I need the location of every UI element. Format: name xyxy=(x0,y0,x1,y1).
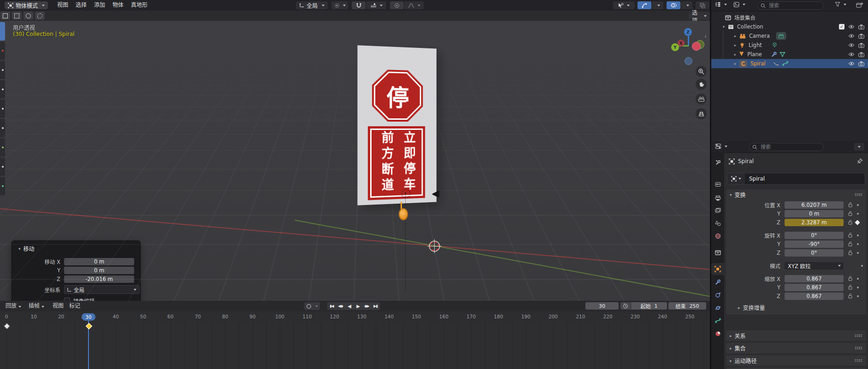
outliner-row-scene-collection[interactable]: 场景集合 xyxy=(711,13,868,22)
outliner-search-input[interactable] xyxy=(768,2,807,9)
menu-select[interactable]: 选择 xyxy=(72,1,90,9)
frame-start-field[interactable]: 起始 1 xyxy=(631,302,667,310)
orientation-select[interactable]: 全局 xyxy=(64,285,140,294)
frame-end-field[interactable]: 结束 250 xyxy=(668,302,706,310)
ruler-mark[interactable]: 70 xyxy=(195,314,201,319)
lock-open-icon[interactable] xyxy=(848,293,853,299)
gizmos-dropdown[interactable] xyxy=(652,1,663,9)
ruler-mark[interactable]: 240 xyxy=(658,314,667,319)
zoom-button[interactable] xyxy=(696,66,707,77)
collection-checkbox[interactable]: ✓ xyxy=(839,24,844,29)
spiral-object[interactable] xyxy=(399,208,408,220)
object-id-icon[interactable] xyxy=(727,173,745,184)
ruler-mark[interactable]: 230 xyxy=(631,314,640,319)
timeline-channels[interactable] xyxy=(0,322,710,369)
tab-view-layer[interactable] xyxy=(711,204,724,216)
keyframe-diamond-icon[interactable] xyxy=(855,220,860,225)
panel-grip-icon[interactable] xyxy=(855,334,862,337)
location-x-field[interactable]: 6.0207 m xyxy=(785,201,844,209)
jump-to-start-button[interactable]: ▮◀ xyxy=(327,302,336,310)
new-collection-button[interactable] xyxy=(856,2,863,8)
ruler-mark[interactable]: 120 xyxy=(330,314,339,319)
tool-select-box-button[interactable] xyxy=(12,12,22,20)
camera-object[interactable] xyxy=(432,190,439,198)
rotation-x-field[interactable]: 0° xyxy=(785,232,844,239)
tab-particles[interactable] xyxy=(711,289,724,301)
pin-icon[interactable] xyxy=(857,158,863,164)
rotation-mode-select[interactable]: XYZ 欧拉 xyxy=(785,262,844,269)
scale-y-field[interactable]: 0.867 xyxy=(785,284,844,291)
next-keyframe-button[interactable]: ◆▶ xyxy=(362,302,371,310)
ruler-mark[interactable]: 150 xyxy=(412,314,421,319)
lock-open-icon[interactable] xyxy=(848,202,853,207)
play-reverse-button[interactable]: ◀ xyxy=(345,302,354,310)
properties-options-dropdown[interactable] xyxy=(854,143,864,151)
animate-dot-icon[interactable] xyxy=(857,252,859,254)
selectability-dropdown[interactable] xyxy=(613,1,634,9)
camera-render-icon[interactable] xyxy=(858,52,864,57)
outliner-row-spiral[interactable]: ▸ Spiral xyxy=(711,59,868,68)
eye-icon[interactable] xyxy=(848,34,855,38)
panel-grip-icon[interactable] xyxy=(855,346,862,350)
ruler-mark[interactable]: 130 xyxy=(357,314,366,319)
use-preview-range-toggle[interactable] xyxy=(620,302,631,310)
properties-search[interactable] xyxy=(749,143,824,151)
gizmo-z-neg-ball[interactable] xyxy=(685,57,692,65)
play-button[interactable]: ▶ xyxy=(354,302,362,310)
lock-open-icon[interactable] xyxy=(848,276,853,281)
object-name-field[interactable]: Spiral xyxy=(727,173,865,185)
curve-data-icon[interactable] xyxy=(782,61,788,66)
prev-keyframe-button[interactable]: ◀◆ xyxy=(336,302,345,310)
stop-sign-board[interactable]: 停 立即停车前方断道 xyxy=(357,45,436,205)
toolbar-tool-tile[interactable] xyxy=(0,61,5,79)
outliner-row-plane[interactable]: ▸ ▲ Plane xyxy=(711,50,868,59)
outliner-row-collection[interactable]: ▾ Collection ✓ xyxy=(711,22,868,31)
animate-dot-icon[interactable] xyxy=(857,243,859,245)
tab-physics[interactable] xyxy=(711,302,724,314)
ruler-mark[interactable]: 60 xyxy=(167,314,173,319)
ruler-mark[interactable]: 0 xyxy=(5,314,8,319)
ortho-toggle-button[interactable] xyxy=(696,108,707,119)
operator-panel-move[interactable]: ▾ 移动 移动 X 0 m Y 0 m Z -20.016 m 坐标系 全局 xyxy=(12,240,141,301)
expand-arrow-icon[interactable]: ▸ xyxy=(732,34,738,38)
animate-dot-icon[interactable] xyxy=(857,204,859,206)
animate-dot-icon[interactable] xyxy=(861,265,863,267)
menu-keying[interactable]: 插帧 xyxy=(29,302,44,310)
ruler-mark[interactable]: 250 xyxy=(685,314,694,319)
filter-dropdown[interactable] xyxy=(835,2,846,7)
menu-trueterrain[interactable]: 真地形 xyxy=(127,1,151,9)
expand-arrow-icon[interactable]: ▸ xyxy=(732,52,738,57)
rotation-y-field[interactable]: -90° xyxy=(785,240,844,248)
ruler-mark[interactable]: 50 xyxy=(140,314,146,319)
proportional-editing-toggle[interactable] xyxy=(390,1,404,9)
tab-render[interactable] xyxy=(711,178,724,190)
tab-tool[interactable] xyxy=(711,156,724,168)
camera-render-icon[interactable] xyxy=(858,43,864,48)
ruler-mark[interactable]: 100 xyxy=(275,314,284,319)
pivot-point-dropdown[interactable] xyxy=(331,1,348,9)
mirror-edit-checkbox[interactable] xyxy=(64,298,70,301)
gizmos-toggle[interactable] xyxy=(638,1,651,9)
camera-render-icon[interactable] xyxy=(858,24,864,29)
toolbar-tool-tile[interactable] xyxy=(0,22,5,41)
gizmo-z-ball[interactable]: Z xyxy=(684,28,692,36)
panel-grip-icon[interactable] xyxy=(855,359,862,362)
ruler-mark[interactable]: 110 xyxy=(302,314,312,319)
expand-arrow-icon[interactable]: ▸ xyxy=(732,43,738,47)
sidebar-collapse-arrow[interactable]: ‹ xyxy=(704,33,707,40)
lock-open-icon[interactable] xyxy=(848,250,853,255)
menu-view[interactable]: 视图 xyxy=(53,1,72,9)
animate-dot-icon[interactable] xyxy=(857,234,859,236)
relations-panel[interactable]: ▸关系 xyxy=(726,330,866,341)
ruler-mark[interactable]: 220 xyxy=(603,314,613,319)
ruler-mark[interactable]: 10 xyxy=(31,314,37,319)
delta-transform-subpanel[interactable]: ▸ 变换增量 xyxy=(726,301,866,315)
ruler-mark[interactable]: 210 xyxy=(576,314,585,319)
current-frame-field[interactable]: 30 xyxy=(585,302,619,310)
transform-panel-header[interactable]: ▾ 变换 xyxy=(726,189,866,200)
lock-open-icon[interactable] xyxy=(848,233,853,238)
ruler-mark[interactable]: 140 xyxy=(384,314,394,319)
eye-icon[interactable] xyxy=(848,24,855,29)
tab-output[interactable] xyxy=(711,192,724,204)
panel-grip-icon[interactable] xyxy=(855,193,862,196)
